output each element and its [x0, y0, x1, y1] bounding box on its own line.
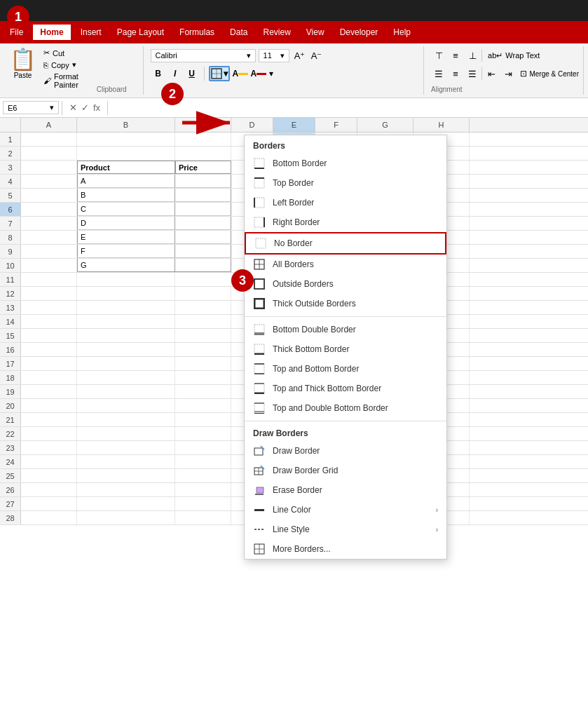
bold-button[interactable]: B: [151, 66, 166, 81]
borders-dropdown-button[interactable]: ▾: [209, 66, 230, 81]
copy-button[interactable]: ⎘ Copy ▾: [41, 60, 81, 70]
wrap-text-button[interactable]: ab↵ Wrap Text: [484, 50, 544, 62]
col-header-f[interactable]: F: [315, 118, 357, 132]
grow-font-button[interactable]: A⁺: [292, 48, 308, 63]
cell-c7[interactable]: [175, 217, 231, 230]
align-top-button[interactable]: ⊤: [431, 48, 446, 63]
format-painter-button[interactable]: 🖌 Format Painter: [41, 72, 81, 90]
align-left-button[interactable]: ☰: [431, 66, 446, 81]
cell-b18[interactable]: [77, 371, 175, 384]
cell-b1[interactable]: [77, 133, 175, 146]
cell-c28[interactable]: [175, 511, 231, 524]
cell-b14[interactable]: [77, 315, 175, 328]
cell-a22[interactable]: [21, 427, 77, 440]
cell-c25[interactable]: [175, 469, 231, 482]
shrink-font-button[interactable]: A⁻: [309, 48, 324, 63]
right-border-item[interactable]: Right Border: [245, 212, 446, 232]
cell-b27[interactable]: [77, 497, 175, 510]
cell-b7[interactable]: D: [77, 217, 175, 230]
bottom-border-item[interactable]: Bottom Border: [245, 154, 446, 173]
cell-c3[interactable]: Price: [175, 161, 231, 174]
menu-review[interactable]: Review: [256, 25, 297, 40]
indent-increase-button[interactable]: ⇥: [500, 66, 516, 81]
cell-c13[interactable]: [175, 301, 231, 314]
italic-button[interactable]: I: [167, 66, 183, 81]
cell-b13[interactable]: [77, 301, 175, 314]
cell-c22[interactable]: [175, 427, 231, 440]
cell-c16[interactable]: [175, 343, 231, 356]
cell-a19[interactable]: [21, 385, 77, 398]
col-header-h[interactable]: H: [413, 118, 470, 132]
bottom-double-border-item[interactable]: Bottom Double Border: [245, 320, 446, 339]
cell-c12[interactable]: [175, 287, 231, 300]
cell-a4[interactable]: [21, 175, 77, 188]
cell-b26[interactable]: [77, 483, 175, 496]
cut-button[interactable]: ✂ Cut: [41, 48, 81, 58]
cell-c8[interactable]: [175, 231, 231, 244]
cell-a9[interactable]: [21, 245, 77, 258]
menu-formulas[interactable]: Formulas: [172, 25, 221, 40]
cell-c10[interactable]: [175, 259, 231, 272]
cell-a23[interactable]: [21, 441, 77, 454]
cell-a11[interactable]: [21, 273, 77, 286]
cell-a10[interactable]: [21, 259, 77, 272]
font-name-input[interactable]: Calibri ▾: [151, 49, 256, 62]
cell-b20[interactable]: [77, 399, 175, 412]
menu-data[interactable]: Data: [223, 25, 254, 40]
cell-c2[interactable]: [175, 147, 231, 160]
cell-a27[interactable]: [21, 497, 77, 510]
cell-a25[interactable]: [21, 469, 77, 482]
cell-b9[interactable]: F: [77, 245, 175, 258]
cell-c24[interactable]: [175, 455, 231, 468]
cell-b24[interactable]: [77, 455, 175, 468]
cell-c11[interactable]: [175, 273, 231, 286]
cell-b23[interactable]: [77, 441, 175, 454]
cell-a3[interactable]: [21, 161, 77, 174]
fill-color-button[interactable]: A: [233, 66, 248, 81]
cell-a8[interactable]: [21, 231, 77, 244]
all-borders-item[interactable]: All Borders: [245, 255, 446, 274]
indent-decrease-button[interactable]: ⇤: [484, 66, 499, 81]
confirm-icon[interactable]: ✓: [81, 102, 89, 113]
cell-c4[interactable]: [175, 175, 231, 188]
align-bottom-button[interactable]: ⊥: [465, 48, 480, 63]
align-center-button[interactable]: ≡: [448, 66, 463, 81]
no-border-item[interactable]: No Border: [245, 232, 446, 255]
cell-a21[interactable]: [21, 413, 77, 426]
line-color-item[interactable]: Line Color ›: [245, 500, 446, 520]
cell-b16[interactable]: [77, 343, 175, 356]
cell-a16[interactable]: [21, 343, 77, 356]
cell-b28[interactable]: [77, 511, 175, 524]
align-right-button[interactable]: ☰: [465, 66, 480, 81]
cell-b10[interactable]: G: [77, 259, 175, 272]
thick-bottom-border-item[interactable]: Thick Bottom Border: [245, 339, 446, 359]
cell-b17[interactable]: [77, 357, 175, 370]
menu-developer[interactable]: Developer: [333, 25, 385, 40]
line-style-item[interactable]: Line Style ›: [245, 520, 446, 539]
cell-b6[interactable]: C: [77, 203, 175, 216]
top-bottom-border-item[interactable]: Top and Bottom Border: [245, 359, 446, 379]
cancel-icon[interactable]: ✕: [69, 102, 77, 113]
left-border-item[interactable]: Left Border: [245, 193, 446, 212]
menu-help[interactable]: Help: [386, 25, 418, 40]
cell-b22[interactable]: [77, 427, 175, 440]
cell-a20[interactable]: [21, 399, 77, 412]
cell-a6[interactable]: [21, 203, 77, 216]
cell-b21[interactable]: [77, 413, 175, 426]
menu-view[interactable]: View: [299, 25, 331, 40]
menu-home[interactable]: Home: [32, 23, 71, 41]
cell-c14[interactable]: [175, 315, 231, 328]
top-border-item[interactable]: Top Border: [245, 173, 446, 193]
cell-b8[interactable]: E: [77, 231, 175, 244]
cell-a14[interactable]: [21, 315, 77, 328]
col-header-a[interactable]: A: [21, 118, 77, 132]
outside-borders-item[interactable]: Outside Borders: [245, 274, 446, 294]
cell-b15[interactable]: [77, 329, 175, 342]
cell-a13[interactable]: [21, 301, 77, 314]
cell-b3[interactable]: Product: [77, 161, 175, 174]
cell-b25[interactable]: [77, 469, 175, 482]
cell-a17[interactable]: [21, 357, 77, 370]
cell-a24[interactable]: [21, 455, 77, 468]
fx-icon[interactable]: fx: [93, 102, 100, 113]
cell-c19[interactable]: [175, 385, 231, 398]
